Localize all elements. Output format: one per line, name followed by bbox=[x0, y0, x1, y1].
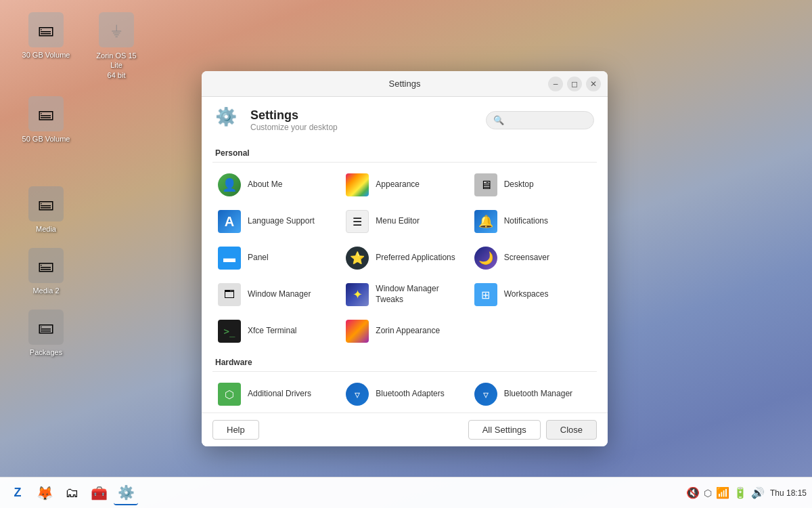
appearance-label: Appearance bbox=[376, 179, 420, 190]
desktop-icon-media2[interactable]: 🖴 Media 2 bbox=[19, 248, 73, 295]
language-icon: A bbox=[218, 210, 241, 233]
all-settings-button[interactable]: All Settings bbox=[468, 420, 541, 440]
wifi-icon: 📶 bbox=[716, 486, 729, 499]
additional-drivers-icon: ⬡ bbox=[218, 383, 241, 406]
bluetooth-manager-label: Bluetooth Manager bbox=[504, 389, 572, 400]
settings-content: Personal 👤 About Me Appearance 🖥 bbox=[202, 140, 608, 412]
settings-item-bluetooth-adapters[interactable]: ▿ Bluetooth Adapters bbox=[340, 376, 468, 412]
desktop-icon-packages[interactable]: 🖴 Packages bbox=[19, 310, 73, 356]
settings-item-additional-drivers[interactable]: ⬡ Additional Drivers bbox=[212, 376, 340, 412]
zorin-appearance-label: Zorin Appearance bbox=[376, 326, 440, 337]
desktop-icon-50gb[interactable]: 🖴 50 GB Volume bbox=[19, 96, 73, 143]
taskbar-firefox-button[interactable]: 🦊 bbox=[32, 481, 57, 505]
desktop-icon-label: Media bbox=[36, 225, 56, 233]
desktop-icon-label: 30 GB Volume bbox=[22, 51, 70, 59]
desktop-icon-label: Media 2 bbox=[32, 287, 59, 295]
bluetooth-adapters-label: Bluetooth Adapters bbox=[376, 389, 444, 400]
minimize-button[interactable]: – bbox=[548, 77, 563, 91]
section-hardware-title: Hardware bbox=[212, 350, 597, 372]
settings-item-window-manager[interactable]: 🗔 Window Manager bbox=[212, 276, 340, 313]
about-me-label: About Me bbox=[248, 179, 282, 190]
section-personal: Personal 👤 About Me Appearance 🖥 bbox=[212, 140, 597, 350]
settings-item-appearance[interactable]: Appearance bbox=[340, 167, 468, 203]
taskbar-settings-button[interactable]: ⚙️ bbox=[114, 481, 138, 505]
search-input[interactable] bbox=[508, 115, 589, 125]
battery-icon: 🔋 bbox=[734, 486, 747, 499]
window-footer: Help All Settings Close bbox=[202, 412, 608, 446]
settings-window: Settings – ◻ ✕ ⚙️ Settings Customize you… bbox=[202, 71, 608, 446]
about-me-icon: 👤 bbox=[218, 173, 241, 196]
window-header: ⚙️ Settings Customize your desktop 🔍 bbox=[202, 97, 608, 140]
media-icon: 🖴 bbox=[28, 186, 64, 221]
bluetooth-adapters-icon: ▿ bbox=[346, 383, 369, 406]
menu-editor-icon: ☰ bbox=[346, 210, 369, 233]
settings-item-about-me[interactable]: 👤 About Me bbox=[212, 167, 340, 203]
window-title: Settings bbox=[389, 79, 421, 89]
zorin-menu-button[interactable]: Z bbox=[5, 481, 30, 505]
screensaver-label: Screensaver bbox=[504, 253, 549, 263]
language-label: Language Support bbox=[248, 216, 315, 227]
zorin-appearance-icon bbox=[346, 320, 369, 343]
desktop-icon-media[interactable]: 🖴 Media bbox=[19, 186, 73, 233]
taskbar-files-button[interactable]: 🗂 bbox=[60, 481, 84, 505]
xfce-terminal-icon: >_ bbox=[218, 320, 241, 343]
files-icon: 🗂 bbox=[65, 485, 78, 501]
desktop-icon-settings: 🖥 bbox=[474, 173, 497, 196]
wm-tweaks-icon: ✦ bbox=[346, 283, 369, 306]
screensaver-icon: 🌙 bbox=[474, 247, 497, 270]
appearance-icon bbox=[346, 173, 369, 196]
settings-item-language[interactable]: A Language Support bbox=[212, 203, 340, 240]
preferred-label: Preferred Applications bbox=[376, 253, 455, 263]
section-personal-title: Personal bbox=[212, 140, 597, 163]
panel-icon: ▬ bbox=[218, 247, 241, 270]
wm-tweaks-label: Window Manager Tweaks bbox=[376, 284, 463, 305]
desktop-icon-label: Packages bbox=[30, 348, 62, 356]
media2-icon: 🖴 bbox=[28, 248, 64, 283]
zorin-logo-icon: Z bbox=[14, 486, 22, 500]
menu-editor-label: Menu Editor bbox=[376, 216, 420, 227]
settings-item-xfce-terminal[interactable]: >_ Xfce Terminal bbox=[212, 313, 340, 350]
close-button[interactable]: ✕ bbox=[586, 77, 601, 91]
desktop-icon-30gb[interactable]: 🖴 30 GB Volume bbox=[19, 12, 73, 80]
search-icon: 🔍 bbox=[493, 115, 504, 125]
settings-item-desktop[interactable]: 🖥 Desktop bbox=[469, 167, 597, 203]
help-button[interactable]: Help bbox=[212, 420, 259, 440]
clock: Thu 18:15 bbox=[770, 488, 807, 498]
mute-icon: 🔇 bbox=[686, 486, 700, 499]
close-window-button[interactable]: Close bbox=[546, 420, 597, 440]
window-manager-icon: 🗔 bbox=[218, 283, 241, 306]
software-icon: 🧰 bbox=[91, 485, 108, 501]
workspaces-icon: ⊞ bbox=[474, 283, 497, 306]
window-manager-label: Window Manager bbox=[248, 289, 311, 300]
workspaces-label: Workspaces bbox=[504, 289, 549, 300]
preferred-icon: ⭐ bbox=[346, 247, 369, 270]
search-box[interactable]: 🔍 bbox=[486, 111, 594, 129]
maximize-button[interactable]: ◻ bbox=[567, 77, 582, 91]
desktop-icon-label: Zorin OS 15 Lite64 bit bbox=[89, 51, 143, 80]
settings-item-screensaver[interactable]: 🌙 Screensaver bbox=[469, 240, 597, 276]
settings-item-bluetooth-manager[interactable]: ▿ Bluetooth Manager bbox=[469, 376, 597, 412]
header-title: Settings bbox=[250, 108, 338, 123]
settings-gear-icon: ⚙️ bbox=[215, 106, 242, 133]
xfce-terminal-label: Xfce Terminal bbox=[248, 326, 296, 337]
settings-item-panel[interactable]: ▬ Panel bbox=[212, 240, 340, 276]
settings-item-notifications[interactable]: 🔔 Notifications bbox=[469, 203, 597, 240]
bluetooth-manager-icon: ▿ bbox=[474, 383, 497, 406]
volume-icon: 🖴 bbox=[28, 96, 64, 131]
settings-item-preferred[interactable]: ⭐ Preferred Applications bbox=[340, 240, 468, 276]
settings-item-zorin-appearance[interactable]: Zorin Appearance bbox=[340, 313, 468, 350]
desktop-icon-zorin-install[interactable]: ⏚ Zorin OS 15 Lite64 bit bbox=[89, 12, 143, 80]
settings-item-menu-editor[interactable]: ☰ Menu Editor bbox=[340, 203, 468, 240]
volume-icon: 🖴 bbox=[28, 12, 64, 47]
settings-icon: ⚙️ bbox=[118, 484, 135, 501]
settings-item-workspaces[interactable]: ⊞ Workspaces bbox=[469, 276, 597, 313]
desktop-label: Desktop bbox=[504, 179, 534, 190]
desktop-icon-label: 50 GB Volume bbox=[22, 135, 70, 143]
packages-icon: 🖴 bbox=[28, 310, 64, 345]
settings-item-wm-tweaks[interactable]: ✦ Window Manager Tweaks bbox=[340, 276, 468, 313]
taskbar-software-button[interactable]: 🧰 bbox=[87, 481, 111, 505]
firefox-icon: 🦊 bbox=[37, 485, 53, 501]
window-titlebar: Settings – ◻ ✕ bbox=[202, 71, 608, 97]
usb-icon: ⏚ bbox=[99, 12, 134, 47]
bluetooth-tray-icon: ⬡ bbox=[704, 488, 712, 499]
